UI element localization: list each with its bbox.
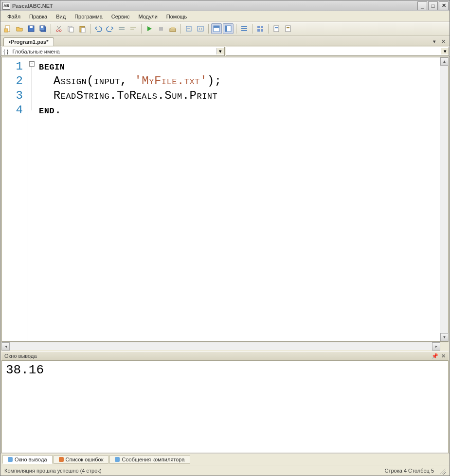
chevron-down-icon[interactable]: ▾ (216, 48, 224, 54)
close-icon[interactable]: ✕ (441, 353, 446, 359)
svg-rect-1 (4, 29, 8, 32)
tab-icon (115, 457, 120, 462)
svg-rect-19 (171, 27, 175, 29)
horizontal-scrollbar[interactable]: ◂ ▸ (1, 342, 449, 350)
svg-rect-34 (275, 27, 278, 28)
undo-icon[interactable] (93, 23, 104, 34)
svg-rect-13 (119, 27, 125, 28)
svg-point-7 (56, 30, 58, 32)
uncomment-icon[interactable] (128, 23, 139, 34)
list-icon[interactable] (239, 23, 250, 34)
save-icon[interactable] (26, 23, 36, 34)
svg-rect-27 (241, 28, 247, 29)
svg-rect-14 (119, 29, 125, 30)
menu-service[interactable]: Сервис (108, 13, 134, 20)
svg-rect-25 (225, 26, 227, 32)
open-icon[interactable] (14, 23, 25, 34)
bottom-tab-label: Сообщения компилятора (122, 457, 184, 462)
output-body[interactable]: 38.16 (1, 361, 449, 453)
svg-rect-32 (261, 29, 263, 32)
menu-view[interactable]: Вид (52, 13, 70, 20)
scroll-track[interactable] (440, 66, 448, 333)
status-message: Компиляция прошла успешно (4 строк) (4, 468, 102, 474)
scroll-track[interactable] (10, 342, 432, 350)
doc1-icon[interactable] (271, 23, 282, 34)
bottom-tab-compiler[interactable]: Сообщения компилятора (109, 455, 190, 464)
svg-rect-17 (159, 27, 163, 31)
code-line[interactable]: ReadString.ToReals.Sum.Print (39, 88, 437, 103)
code-editor[interactable]: 1 2 3 4 − begin Assign(input, 'MyFile.tx… (1, 57, 449, 342)
tab-close-button[interactable]: ✕ (440, 38, 447, 45)
step-into-icon[interactable] (195, 23, 206, 34)
svg-rect-16 (130, 29, 134, 30)
tab-strip: •Program1.pas* ▾ ✕ (0, 35, 450, 46)
menu-bar: Файл Правка Вид Программа Сервис Модули … (0, 11, 450, 22)
scope-select-left[interactable]: { } Глобальные имена ▾ (1, 47, 225, 56)
resize-grip[interactable] (438, 467, 446, 475)
svg-rect-29 (257, 26, 260, 28)
svg-rect-21 (198, 26, 203, 31)
bottom-tab-output[interactable]: Окно вывода (2, 455, 53, 464)
output-title: Окно вывода (4, 353, 37, 359)
code-body[interactable]: begin Assign(input, 'MyFile.txt'); ReadS… (36, 57, 440, 341)
line-number: 4 (2, 103, 28, 118)
code-line[interactable]: begin (39, 59, 437, 74)
code-line[interactable]: end. (39, 103, 437, 118)
svg-rect-31 (257, 29, 260, 32)
scroll-left-icon[interactable]: ◂ (1, 342, 10, 351)
svg-rect-38 (287, 29, 289, 29)
svg-rect-15 (130, 27, 136, 28)
panel-b-icon[interactable] (223, 23, 234, 34)
fold-column: − (28, 57, 36, 341)
grid-icon[interactable] (255, 23, 266, 34)
fold-line (32, 67, 32, 110)
status-bar: Компиляция прошла успешно (4 строк) Стро… (0, 465, 450, 476)
line-number-gutter: 1 2 3 4 (2, 57, 28, 341)
save-all-icon[interactable] (37, 23, 48, 34)
copy-icon[interactable] (65, 23, 76, 34)
stop-icon[interactable] (156, 23, 166, 34)
svg-rect-6 (41, 26, 43, 28)
close-button[interactable]: ✕ (439, 1, 449, 10)
scroll-up-icon[interactable]: ▲ (440, 57, 449, 66)
doc2-icon[interactable] (283, 23, 293, 34)
menu-edit[interactable]: Правка (25, 13, 51, 20)
paste-icon[interactable] (77, 23, 88, 34)
panel-a-icon[interactable] (211, 23, 222, 34)
new-file-icon[interactable] (2, 23, 13, 34)
cursor-position: Строка 4 Столбец 5 (384, 468, 434, 474)
scope-left-label: Глобальные имена (10, 49, 62, 54)
bottom-tab-errors[interactable]: Список ошибок (54, 455, 109, 464)
menu-program[interactable]: Программа (71, 13, 107, 20)
menu-help[interactable]: Помощь (162, 13, 191, 20)
fold-toggle[interactable]: − (29, 61, 35, 67)
svg-rect-30 (261, 26, 263, 28)
code-line[interactable]: Assign(input, 'MyFile.txt'); (39, 74, 437, 88)
maximize-button[interactable]: □ (428, 1, 438, 10)
cut-icon[interactable] (54, 23, 64, 34)
svg-rect-23 (214, 26, 219, 28)
svg-rect-18 (170, 29, 176, 32)
step-over-icon[interactable] (183, 23, 194, 34)
minimize-button[interactable]: _ (417, 1, 427, 10)
menu-modules[interactable]: Модули (134, 13, 161, 20)
chevron-down-icon[interactable]: ▾ (441, 48, 449, 54)
svg-point-8 (59, 30, 61, 32)
window-title: PascalABC.NET (12, 3, 417, 9)
scroll-corner (440, 342, 449, 351)
scroll-right-icon[interactable]: ▸ (432, 342, 440, 351)
tab-menu-button[interactable]: ▾ (431, 38, 438, 45)
vertical-scrollbar[interactable]: ▲ ▼ (440, 57, 448, 341)
comment-icon[interactable] (116, 23, 127, 34)
file-tab-program1[interactable]: •Program1.pas* (3, 37, 54, 46)
menu-file[interactable]: Файл (3, 13, 24, 20)
pin-icon[interactable]: 📌 (432, 353, 438, 359)
redo-icon[interactable] (105, 23, 115, 34)
build-icon[interactable] (167, 23, 178, 34)
svg-rect-12 (81, 28, 85, 33)
run-icon[interactable] (144, 23, 155, 34)
svg-rect-35 (275, 29, 278, 29)
bottom-tab-label: Окно вывода (15, 457, 47, 462)
scope-select-right[interactable]: ▾ (226, 47, 450, 56)
scroll-down-icon[interactable]: ▼ (440, 333, 449, 341)
